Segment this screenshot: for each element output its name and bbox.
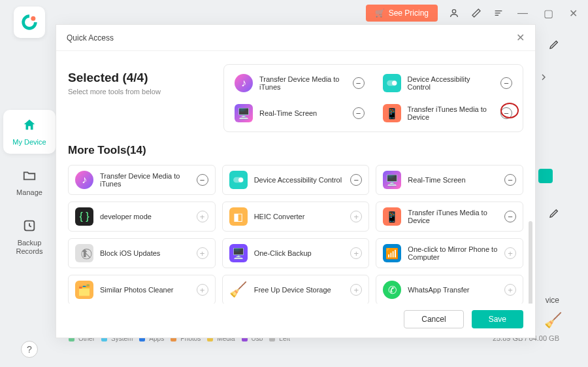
more-tool-item[interactable]: 📶One-click to Mirror Phone to Computer+ bbox=[376, 238, 523, 268]
pricing-label: See Pricing bbox=[389, 9, 429, 18]
more-tool-item[interactable]: ◧HEIC Converter+ bbox=[222, 201, 370, 232]
cart-icon: 🛒 bbox=[375, 9, 385, 18]
menu-icon[interactable] bbox=[493, 7, 504, 19]
sidebar-item-my-device[interactable]: My Device bbox=[3, 110, 56, 154]
app-logo bbox=[14, 7, 45, 38]
add-icon[interactable]: + bbox=[350, 211, 362, 222]
more-tool-item[interactable]: ♪Transfer Device Media to iTunes− bbox=[68, 165, 216, 195]
pencil-icon[interactable] bbox=[549, 208, 559, 221]
selected-tools-box: ♪Transfer Device Media to iTunes−Device … bbox=[223, 64, 523, 132]
quick-access-modal: Quick Access ✕ Selected (4/4) Select mor… bbox=[56, 24, 536, 338]
home-icon bbox=[22, 118, 37, 135]
remove-icon[interactable]: − bbox=[504, 174, 516, 186]
cancel-button[interactable]: Cancel bbox=[404, 310, 463, 328]
selected-subtitle: Select more tools from below bbox=[68, 88, 212, 96]
tool-label: Transfer Device Media to iTunes bbox=[259, 75, 346, 91]
remove-icon[interactable]: − bbox=[353, 107, 365, 119]
tool-label: WhatsApp Transfer bbox=[408, 286, 498, 294]
more-tool-item[interactable]: 📱Transfer iTunes Media to Device− bbox=[376, 201, 523, 232]
tool-label: Block iOS Updates bbox=[100, 249, 190, 257]
close-icon[interactable]: ✕ bbox=[516, 31, 525, 44]
add-icon[interactable]: + bbox=[504, 284, 516, 296]
tool-label: Device Accessibility Control bbox=[254, 176, 344, 184]
sidebar-item-manage[interactable]: Manage bbox=[3, 160, 56, 204]
nav-label: Backup Records bbox=[3, 239, 56, 256]
svg-point-9 bbox=[238, 177, 243, 182]
more-tool-item[interactable]: ⬆︎⃠Block iOS Updates+ bbox=[68, 238, 216, 268]
sidebar-item-backup-records[interactable]: Backup Records bbox=[3, 211, 56, 264]
help-button[interactable]: ? bbox=[21, 341, 38, 358]
folder-icon bbox=[22, 168, 37, 186]
window-maximize-button[interactable]: ▢ bbox=[541, 7, 556, 20]
save-button[interactable]: Save bbox=[472, 310, 523, 328]
more-tool-item[interactable]: 🗂️Similar Photos Cleaner+ bbox=[68, 275, 216, 304]
window-minimize-button[interactable]: — bbox=[515, 7, 531, 19]
more-tool-item[interactable]: { }developer mode+ bbox=[68, 201, 216, 232]
selected-tool-item[interactable]: 🖥️Real-Time Screen− bbox=[231, 101, 368, 125]
tool-label: developer mode bbox=[100, 213, 190, 220]
more-tool-item[interactable]: Device Accessibility Control− bbox=[222, 165, 370, 195]
remove-icon[interactable]: − bbox=[504, 211, 516, 222]
selected-tool-item[interactable]: 📱Transfer iTunes Media to Device− bbox=[379, 101, 517, 125]
svg-point-7 bbox=[392, 80, 397, 85]
add-icon[interactable]: + bbox=[350, 247, 362, 259]
modal-footer: Cancel Save bbox=[56, 304, 535, 338]
tool-label: Device Accessibility Control bbox=[408, 75, 495, 91]
more-tool-item[interactable]: ✆WhatsApp Transfer+ bbox=[376, 275, 523, 304]
nav-label: My Device bbox=[12, 138, 46, 146]
pencil-icon[interactable] bbox=[549, 39, 559, 52]
add-icon[interactable]: + bbox=[504, 247, 516, 259]
more-tools-title: More Tools(14) bbox=[68, 144, 523, 157]
more-tool-item[interactable]: 🖥️Real-Time Screen− bbox=[376, 165, 523, 195]
more-tools-grid: ♪Transfer Device Media to iTunes−Device … bbox=[68, 165, 523, 304]
tool-label: HEIC Converter bbox=[254, 213, 344, 220]
tool-label: Transfer Device Media to iTunes bbox=[100, 172, 190, 188]
user-icon[interactable] bbox=[448, 7, 460, 19]
tool-label: One-Click Backup bbox=[254, 249, 344, 257]
remove-icon[interactable]: − bbox=[353, 77, 365, 89]
tool-label: One-click to Mirror Phone to Computer bbox=[408, 245, 498, 261]
window-close-button[interactable]: ✕ bbox=[566, 7, 580, 20]
modal-body: Selected (4/4) Select more tools from be… bbox=[56, 51, 535, 304]
remove-icon[interactable]: − bbox=[197, 174, 208, 186]
svg-point-0 bbox=[452, 10, 455, 13]
remove-icon[interactable]: − bbox=[500, 107, 512, 119]
see-pricing-button[interactable]: 🛒 See Pricing bbox=[366, 5, 438, 22]
tool-label: Transfer iTunes Media to Device bbox=[408, 105, 495, 121]
add-icon[interactable]: + bbox=[350, 284, 362, 296]
more-tool-item[interactable]: 🧹Free Up Device Storage+ bbox=[222, 275, 370, 304]
add-icon[interactable]: + bbox=[197, 211, 208, 222]
more-tool-item[interactable]: 🖥️One-Click Backup+ bbox=[222, 238, 370, 268]
remove-icon[interactable]: − bbox=[500, 77, 512, 89]
tool-label: Transfer iTunes Media to Device bbox=[408, 209, 498, 224]
edit-icon[interactable] bbox=[470, 7, 482, 19]
scrollbar[interactable] bbox=[529, 221, 532, 304]
tool-label: Real-Time Screen bbox=[408, 176, 498, 184]
chevron-right-icon[interactable] bbox=[538, 72, 549, 86]
nav-label: Manage bbox=[16, 188, 42, 196]
backup-records-icon bbox=[22, 218, 37, 236]
selected-title: Selected (4/4) bbox=[68, 71, 212, 85]
tool-label: Free Up Device Storage bbox=[254, 286, 344, 294]
tool-label: Similar Photos Cleaner bbox=[100, 286, 190, 294]
brush-icon: 🧹 bbox=[544, 312, 562, 329]
sidebar: My Device Manage Backup Records ? bbox=[0, 0, 59, 367]
selected-tool-item[interactable]: Device Accessibility Control− bbox=[379, 71, 517, 95]
add-icon[interactable]: + bbox=[197, 247, 208, 259]
modal-header: Quick Access ✕ bbox=[56, 25, 535, 51]
titlebar: 🛒 See Pricing — ▢ ✕ bbox=[0, 0, 588, 26]
tool-label: Real-Time Screen bbox=[259, 109, 317, 117]
bg-teal-square bbox=[538, 169, 553, 183]
modal-title: Quick Access bbox=[67, 33, 114, 43]
selected-tool-item[interactable]: ♪Transfer Device Media to iTunes− bbox=[231, 71, 368, 95]
svg-point-4 bbox=[31, 16, 35, 21]
bg-text-fragment: vice bbox=[546, 296, 559, 305]
remove-icon[interactable]: − bbox=[350, 174, 362, 186]
add-icon[interactable]: + bbox=[197, 284, 208, 296]
